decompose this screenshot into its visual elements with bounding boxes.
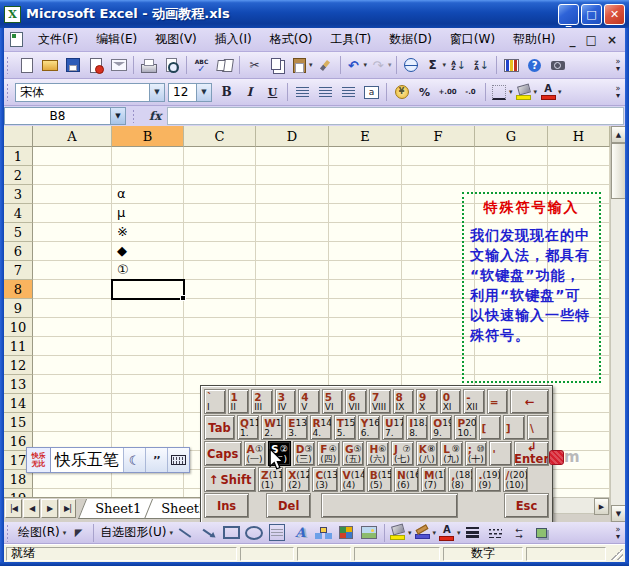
last-sheet-button[interactable]: ▶| [59, 499, 76, 518]
arrow-button[interactable] [197, 522, 220, 543]
cell-B2[interactable] [112, 166, 184, 185]
row-header-12[interactable]: 12 [4, 356, 33, 375]
chevron-down-icon[interactable]: ▼ [149, 84, 164, 101]
clip-art-button[interactable] [335, 522, 358, 543]
key-9[interactable]: 9X [416, 389, 438, 414]
font-color-button[interactable]: ▾ [538, 82, 563, 103]
menu-item-9[interactable]: 帮助(H) [504, 28, 564, 51]
key-F[interactable]: F④(四) [317, 441, 340, 466]
rectangle-button[interactable] [220, 522, 243, 543]
copy-button[interactable] [266, 55, 289, 76]
key-;[interactable]: ;⑩(十) [465, 441, 488, 466]
cell-G2[interactable] [475, 166, 548, 185]
menu-item-2[interactable]: 编辑(E) [87, 28, 146, 51]
cell-E10[interactable] [329, 318, 402, 337]
oval-button[interactable] [243, 522, 266, 543]
chevron-down-icon[interactable]: ▾ [534, 88, 538, 96]
cell-D7[interactable] [256, 261, 329, 280]
resize-grip[interactable] [611, 548, 623, 560]
row-header-8[interactable]: 8 [4, 280, 33, 299]
open-button[interactable] [38, 55, 61, 76]
key-X[interactable]: X(12)(2) [285, 467, 310, 492]
diagram-button[interactable] [312, 522, 335, 543]
arrow-style-button[interactable] [507, 522, 530, 543]
doc-close-button[interactable]: × [607, 33, 617, 47]
line-button[interactable] [174, 522, 197, 543]
toolbar-options-button[interactable]: » ▾ [611, 522, 625, 544]
key-E[interactable]: E13.3. [285, 415, 307, 440]
key-[[interactable]: [ [479, 415, 501, 440]
key-G[interactable]: G⑤(五) [342, 441, 365, 466]
line-color-button[interactable]: ▾ [412, 522, 437, 543]
underline-button[interactable] [261, 82, 284, 103]
sort-descending-button[interactable] [470, 55, 493, 76]
ime-name-label[interactable]: 快乐五笔 [51, 448, 123, 472]
key-B[interactable]: B(15)(5) [367, 467, 392, 492]
key-.[interactable]: .(19)(9) [475, 467, 500, 492]
key-A[interactable]: A①(一) [244, 441, 267, 466]
column-header-C[interactable]: C [184, 126, 256, 147]
cell-D3[interactable] [256, 185, 329, 204]
cell-D1[interactable] [256, 147, 329, 166]
cell-C12[interactable] [184, 356, 256, 375]
select-all-corner[interactable] [4, 126, 33, 147]
cut-button[interactable] [243, 55, 266, 76]
fill-color-button[interactable]: ▾ [388, 522, 413, 543]
cell-F2[interactable] [402, 166, 475, 185]
paste-button[interactable]: ▾ [289, 55, 314, 76]
toolbar-options-button[interactable]: » ▾ [611, 81, 625, 103]
cell-D2[interactable] [256, 166, 329, 185]
cell-A5[interactable] [33, 223, 112, 242]
cell-B3[interactable]: α [112, 185, 184, 204]
select-objects-button[interactable] [67, 522, 90, 543]
row-header-1[interactable]: 1 [4, 147, 33, 166]
key-U[interactable]: U17.7. [382, 415, 404, 440]
cell-E8[interactable] [329, 280, 402, 299]
cell-E9[interactable] [329, 299, 402, 318]
row-header-5[interactable]: 5 [4, 223, 33, 242]
cell-C10[interactable] [184, 318, 256, 337]
key-H[interactable]: H⑥(六) [366, 441, 389, 466]
key-'[interactable]: ' [489, 441, 512, 466]
cell-A7[interactable] [33, 261, 112, 280]
cell-E4[interactable] [329, 204, 402, 223]
scroll-right-icon[interactable]: ▶ [594, 498, 609, 515]
cell-E12[interactable] [329, 356, 402, 375]
column-header-B[interactable]: B [112, 126, 184, 147]
currency-button[interactable] [390, 82, 413, 103]
key-K[interactable]: K⑧(八) [416, 441, 439, 466]
cell-A3[interactable] [33, 185, 112, 204]
borders-button[interactable]: ▾ [489, 82, 514, 103]
toolbar-grip[interactable] [6, 524, 11, 542]
key-I[interactable]: I18.8. [406, 415, 428, 440]
print-preview-button[interactable] [160, 55, 183, 76]
row-header-6[interactable]: 6 [4, 242, 33, 261]
key-\[interactable]: \ [527, 415, 549, 440]
percent-button[interactable] [413, 82, 436, 103]
fill-color-button[interactable]: ▾ [514, 82, 539, 103]
cell-E11[interactable] [329, 337, 402, 356]
key-R[interactable]: R14.4. [310, 415, 332, 440]
cell-A11[interactable] [33, 337, 112, 356]
row-header-9[interactable]: 9 [4, 299, 33, 318]
shadow-style-button[interactable] [530, 522, 553, 543]
cell-E6[interactable] [329, 242, 402, 261]
key-,[interactable]: ,(18)(8) [448, 467, 473, 492]
email-button[interactable] [107, 55, 130, 76]
camera-button[interactable] [546, 55, 569, 76]
picture-button[interactable] [358, 522, 381, 543]
insert-function-button[interactable]: fx [143, 109, 167, 123]
name-box-dropdown[interactable]: ▼ [110, 107, 126, 125]
maximize-button[interactable]: □ [581, 4, 602, 25]
permission-button[interactable] [84, 55, 107, 76]
cell-C4[interactable] [184, 204, 256, 223]
delete-key[interactable]: Del [266, 493, 311, 518]
cell-A14[interactable] [33, 394, 112, 413]
menu-item-3[interactable]: 视图(V) [146, 28, 206, 51]
key-C[interactable]: C(13)(3) [312, 467, 337, 492]
cell-H2[interactable] [548, 166, 610, 185]
text-box-button[interactable] [266, 522, 289, 543]
cell-H19[interactable] [548, 489, 610, 497]
key-0[interactable]: 0XI [440, 389, 462, 414]
column-header-H[interactable]: H [548, 126, 610, 147]
